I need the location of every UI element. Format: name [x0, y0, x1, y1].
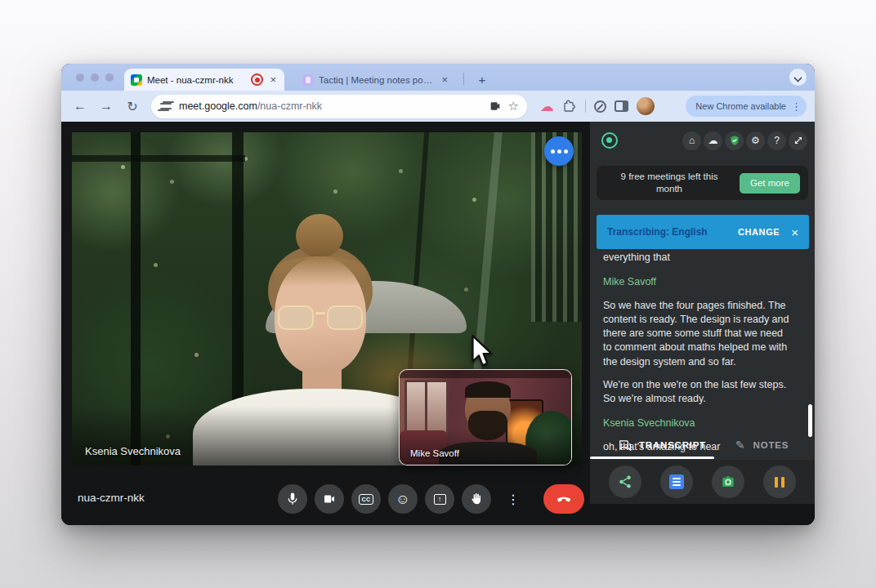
active-tab-underline [590, 457, 714, 459]
share-icon [618, 474, 632, 489]
label-gradient [400, 429, 571, 465]
present-icon: ↑ [434, 494, 446, 505]
chrome-update-button[interactable]: New Chrome available ⋮ [686, 96, 807, 117]
side-panel-icon[interactable] [615, 100, 628, 112]
phone-hangup-icon [555, 490, 573, 508]
tactiq-logo-icon [601, 132, 618, 149]
tab-strip: Meet - nua-czmr-nkk × Tactiq | Meeting n… [61, 64, 815, 91]
new-tab-button[interactable]: + [472, 69, 492, 89]
browser-menu-icon[interactable]: ⋮ [791, 100, 802, 113]
tab-notes-label: NOTES [753, 440, 789, 450]
browser-window: Meet - nua-czmr-nkk × Tactiq | Meeting n… [61, 64, 815, 525]
transcript-panel[interactable]: everything that Mike Savoff So we have t… [603, 251, 793, 463]
url-domain: meet.google.com [179, 100, 257, 112]
tab-transcript-label: TRANSCRIPT [639, 440, 706, 450]
camera-permission-icon[interactable] [489, 100, 502, 113]
glasses [278, 305, 363, 332]
reload-button[interactable]: ↻ [122, 96, 143, 117]
screenshot-button[interactable] [712, 466, 744, 498]
blocked-content-icon[interactable] [594, 100, 606, 113]
speaker-name: Mike Savoff [603, 275, 793, 289]
meet-favicon [131, 74, 142, 86]
tab-transcript[interactable]: TRANSCRIPT [618, 434, 706, 457]
chrome-update-label: New Chrome available [695, 101, 786, 111]
window-traffic-lights[interactable] [76, 74, 114, 82]
tactiq-header: ⌂ ☁ ⚙ ? [590, 122, 815, 159]
tab-tactiq[interactable]: Tactiq | Meeting notes power × [296, 69, 456, 91]
free-meetings-banner: 9 free meetings left this month Get more [597, 166, 808, 200]
get-more-button[interactable]: Get more [740, 173, 800, 194]
url-path: /nua-czmr-nkk [257, 100, 322, 112]
speaker-name: Ksenia Svechnikova [603, 416, 793, 430]
help-icon[interactable]: ? [767, 131, 786, 150]
collapse-panel-icon[interactable] [789, 131, 807, 150]
camera-button[interactable] [315, 484, 344, 514]
more-vertical-icon: ⋮ [507, 492, 520, 507]
tab-separator [463, 73, 464, 85]
weather-extension-icon[interactable]: ☁ [540, 98, 554, 115]
transcript-line: So we have the four pages finished. The … [603, 299, 793, 369]
glass-door-frame [72, 155, 245, 162]
transcribing-banner: Transcribing: English CHANGE × [597, 215, 809, 249]
chat-bubbles-icon [618, 439, 632, 452]
pause-icon [775, 477, 784, 488]
close-tab-icon[interactable]: × [268, 74, 278, 86]
toolbar-separator [585, 100, 586, 113]
forward-button[interactable]: → [96, 96, 117, 117]
transcript-line: We're on the we're on the last few steps… [603, 378, 793, 407]
home-icon[interactable]: ⌂ [682, 131, 701, 150]
sidebar-action-bar [590, 460, 815, 504]
present-screen-button[interactable]: ↑ [425, 484, 454, 514]
share-button[interactable] [609, 466, 641, 498]
transcript-line: everything that [603, 251, 793, 265]
raise-hand-button[interactable] [462, 484, 491, 514]
close-banner-icon[interactable]: × [791, 226, 798, 238]
back-button[interactable]: ← [69, 96, 91, 117]
tab-title: Tactiq | Meeting notes power [319, 75, 435, 85]
tactiq-floating-bubble-button[interactable] [544, 136, 574, 166]
string-lights [121, 165, 125, 169]
pip-video-tile[interactable]: Mike Savoff [399, 369, 572, 466]
tactiq-favicon [302, 74, 314, 86]
tab-notes[interactable]: ✎ NOTES [735, 434, 789, 457]
smiley-icon: ☺ [396, 492, 409, 506]
google-docs-icon [669, 474, 684, 489]
tab-title: Meet - nua-czmr-nkk [147, 75, 246, 85]
profile-avatar[interactable] [637, 97, 655, 115]
change-language-button[interactable]: CHANGE [738, 227, 780, 237]
tactiq-sidebar: ⌂ ☁ ⚙ ? 9 free meetings left this month … [590, 122, 815, 504]
sidebar-scrollbar-thumb[interactable] [808, 404, 812, 437]
captions-button[interactable]: CC [351, 484, 381, 514]
browser-toolbar: ← → ↻ meet.google.com/nua-czmr-nkk ☆ ☁ N… [61, 91, 815, 122]
pencil-icon: ✎ [735, 439, 746, 452]
cc-icon: CC [359, 494, 373, 505]
bookmark-star-icon[interactable]: ☆ [508, 99, 519, 114]
camera-icon [721, 474, 735, 489]
close-tab-icon[interactable]: × [440, 74, 449, 86]
transcribing-label: Transcribing: English [607, 226, 708, 238]
export-to-docs-button[interactable] [660, 466, 693, 498]
more-options-button[interactable]: ⋮ [498, 484, 528, 514]
free-meetings-text: 9 free meetings left this month [608, 171, 731, 195]
tab-search-chevron-icon[interactable] [789, 69, 807, 86]
reactions-button[interactable]: ☺ [388, 484, 418, 514]
meet-page: Ksenia Svechnikova Mike Savoff nua-czmr-… [61, 122, 815, 525]
tab-meet[interactable]: Meet - nua-czmr-nkk × [124, 69, 284, 91]
end-call-button[interactable] [543, 484, 584, 514]
address-bar[interactable]: meet.google.com/nua-czmr-nkk ☆ [151, 95, 527, 118]
shield-check-icon[interactable] [725, 131, 744, 150]
meeting-code: nua-czmr-nkk [78, 492, 145, 504]
participant-name-label: Ksenia Svechnikova [85, 445, 181, 457]
pause-transcription-button[interactable] [763, 466, 796, 498]
recording-indicator-icon [251, 74, 263, 86]
microphone-button[interactable] [278, 484, 307, 514]
sidebar-tab-bar: TRANSCRIPT ✎ NOTES [590, 434, 815, 458]
cloud-upload-icon[interactable]: ☁ [704, 131, 722, 150]
mouse-cursor [470, 334, 494, 370]
site-settings-icon[interactable] [159, 100, 172, 113]
extensions-puzzle-icon[interactable] [562, 99, 577, 114]
participant-name-label: Mike Savoff [410, 448, 459, 458]
ceiling-pipes [400, 370, 571, 378]
settings-gear-icon[interactable]: ⚙ [746, 131, 765, 150]
